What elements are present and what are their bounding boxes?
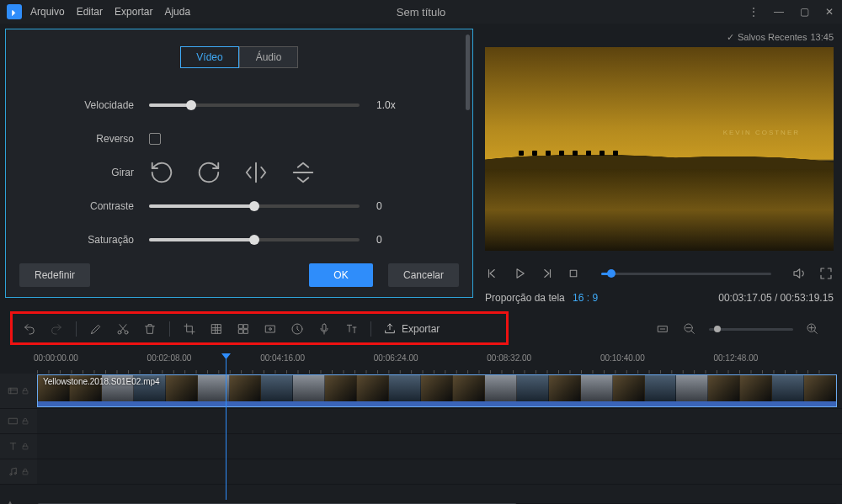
svg-rect-11 xyxy=(322,324,326,331)
tab-video[interactable]: Vídeo xyxy=(180,46,239,68)
clip-settings-panel: Vídeo Áudio Velocidade 1.0x Reverso Gira… xyxy=(5,29,473,298)
ruler-tick-5: 00:10:40.00 xyxy=(600,353,645,363)
svg-rect-6 xyxy=(239,330,243,334)
duration-icon[interactable] xyxy=(290,321,305,337)
svg-rect-0 xyxy=(570,270,577,277)
value-contraste: 0 xyxy=(376,200,415,212)
time-display: 00:03:17.05 / 00:53:19.15 xyxy=(718,292,834,304)
redefinir-button[interactable]: Redefinir xyxy=(19,263,90,287)
svg-rect-15 xyxy=(9,388,18,394)
slider-contraste[interactable] xyxy=(149,204,360,208)
track-head-text[interactable] xyxy=(0,434,37,459)
saved-time: 13:45 xyxy=(810,32,834,42)
grid-icon[interactable] xyxy=(236,321,251,337)
svg-rect-22 xyxy=(23,471,28,475)
video-preview[interactable]: KEVIN COSTNER xyxy=(485,47,834,251)
track-scroll-arrows[interactable]: ▲▼ xyxy=(7,501,13,504)
edit-icon[interactable] xyxy=(88,321,104,337)
svg-rect-16 xyxy=(23,390,28,394)
credit-text: KEVIN COSTNER xyxy=(723,129,800,136)
ok-button[interactable]: OK xyxy=(309,263,373,287)
label-velocidade: Velocidade xyxy=(23,99,149,111)
play-icon[interactable] xyxy=(512,266,527,281)
value-saturacao: 0 xyxy=(376,234,415,246)
saved-label: Salvos Recentes xyxy=(738,32,807,42)
more-icon[interactable]: ⋮ xyxy=(748,6,759,18)
svg-rect-19 xyxy=(23,446,28,449)
svg-rect-4 xyxy=(239,325,243,329)
undo-icon[interactable] xyxy=(22,321,37,337)
track-head-audio[interactable] xyxy=(0,459,37,484)
window-title: Sem título xyxy=(0,6,842,19)
flip-horizontal-icon[interactable] xyxy=(243,163,269,182)
zoom-in-icon[interactable] xyxy=(805,321,820,337)
maximize-icon[interactable]: ▢ xyxy=(798,6,810,18)
saved-check-icon: ✓ xyxy=(727,32,734,43)
video-clip[interactable]: Yellowstone.2018.S01E02.mp4 xyxy=(37,374,837,407)
export-button[interactable]: Exportar xyxy=(383,322,440,336)
slider-velocidade[interactable] xyxy=(149,103,360,107)
mosaic-icon[interactable] xyxy=(209,321,224,337)
zoom-out-icon[interactable] xyxy=(682,321,697,337)
aspect-ratio: Proporção da tela 16 : 9 xyxy=(485,292,598,304)
value-velocidade: 1.0x xyxy=(376,99,415,111)
ruler-tick-3: 00:06:24.00 xyxy=(374,353,418,363)
svg-rect-5 xyxy=(244,325,248,329)
cut-icon[interactable] xyxy=(115,321,131,337)
minimize-icon[interactable]: ― xyxy=(773,6,785,18)
ruler-tick-4: 00:08:32.00 xyxy=(487,353,531,363)
checkbox-reverso[interactable] xyxy=(149,133,161,145)
slider-saturacao[interactable] xyxy=(149,238,360,241)
fullscreen-icon[interactable] xyxy=(818,266,834,281)
clip-name: Yellowstone.2018.S01E02.mp4 xyxy=(43,377,160,386)
timeline-ruler[interactable]: 00:00:00.00 00:02:08.00 00:04:16.00 00:0… xyxy=(0,353,842,374)
ruler-tick-0: 00:00:00.00 xyxy=(34,353,78,363)
rotate-cw-icon[interactable] xyxy=(196,163,221,182)
track-head-video[interactable] xyxy=(0,374,37,408)
close-icon[interactable]: ✕ xyxy=(823,6,835,18)
playback-progress[interactable] xyxy=(601,273,771,275)
label-contraste: Contraste xyxy=(23,200,149,212)
fit-icon[interactable] xyxy=(655,321,670,337)
cancelar-button[interactable]: Cancelar xyxy=(388,263,459,287)
svg-rect-8 xyxy=(266,326,275,332)
svg-point-9 xyxy=(269,328,272,331)
svg-rect-18 xyxy=(23,421,28,424)
rotate-ccw-icon[interactable] xyxy=(149,163,174,182)
playhead[interactable] xyxy=(226,353,226,500)
ruler-tick-6: 00:12:48.00 xyxy=(713,353,758,363)
svg-rect-7 xyxy=(244,330,248,334)
ruler-tick-1: 00:02:08.00 xyxy=(147,353,192,363)
aspect-ratio-value[interactable]: 16 : 9 xyxy=(573,292,598,304)
voiceover-icon[interactable] xyxy=(317,321,332,337)
track-head-overlay[interactable] xyxy=(0,409,37,433)
text-to-speech-icon[interactable] xyxy=(344,321,359,337)
flip-vertical-icon[interactable] xyxy=(290,163,316,182)
label-reverso: Reverso xyxy=(23,133,149,145)
svg-rect-3 xyxy=(212,325,221,334)
redo-icon[interactable] xyxy=(49,321,64,337)
svg-rect-17 xyxy=(9,418,18,424)
delete-icon[interactable] xyxy=(142,321,157,337)
label-girar: Girar xyxy=(23,167,149,178)
volume-icon[interactable] xyxy=(791,266,807,281)
svg-point-20 xyxy=(10,474,12,475)
panel-scrollbar[interactable] xyxy=(466,34,470,292)
prev-frame-icon[interactable] xyxy=(485,266,500,281)
svg-point-21 xyxy=(14,473,16,475)
ruler-tick-2: 00:04:16.00 xyxy=(260,353,305,363)
stop-icon[interactable] xyxy=(566,266,581,281)
label-saturacao: Saturação xyxy=(23,234,149,246)
next-frame-icon[interactable] xyxy=(539,266,554,281)
zoom-slider[interactable] xyxy=(709,328,793,331)
aspect-icon[interactable] xyxy=(263,321,278,337)
crop-icon[interactable] xyxy=(182,321,197,337)
tab-audio[interactable]: Áudio xyxy=(239,46,298,68)
